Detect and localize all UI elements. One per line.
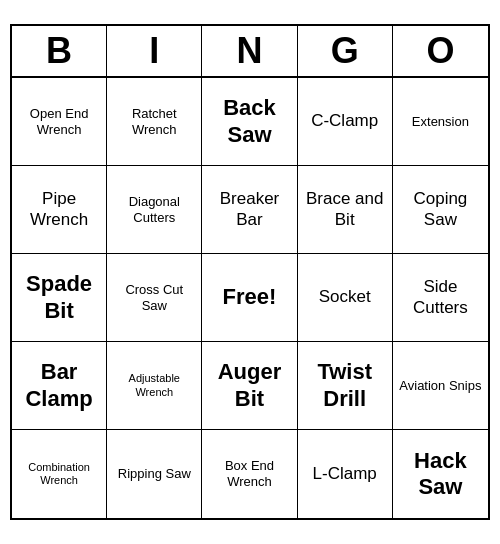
bingo-cell: Brace and Bit xyxy=(298,166,393,254)
header-letter: B xyxy=(12,26,107,76)
bingo-cell: Back Saw xyxy=(202,78,297,166)
bingo-grid: Open End WrenchRatchet WrenchBack SawC-C… xyxy=(12,78,488,518)
bingo-cell: Box End Wrench xyxy=(202,430,297,518)
bingo-cell: Socket xyxy=(298,254,393,342)
bingo-cell: L-Clamp xyxy=(298,430,393,518)
bingo-cell: Aviation Snips xyxy=(393,342,488,430)
bingo-cell: Extension xyxy=(393,78,488,166)
bingo-card: BINGO Open End WrenchRatchet WrenchBack … xyxy=(10,24,490,520)
bingo-cell: C-Clamp xyxy=(298,78,393,166)
header-letter: I xyxy=(107,26,202,76)
bingo-cell: Combination Wrench xyxy=(12,430,107,518)
bingo-header: BINGO xyxy=(12,26,488,78)
header-letter: O xyxy=(393,26,488,76)
header-letter: N xyxy=(202,26,297,76)
bingo-cell: Breaker Bar xyxy=(202,166,297,254)
bingo-cell: Cross Cut Saw xyxy=(107,254,202,342)
bingo-cell: Adjustable Wrench xyxy=(107,342,202,430)
bingo-cell: Ratchet Wrench xyxy=(107,78,202,166)
bingo-cell: Side Cutters xyxy=(393,254,488,342)
bingo-cell: Coping Saw xyxy=(393,166,488,254)
bingo-cell: Free! xyxy=(202,254,297,342)
bingo-cell: Hack Saw xyxy=(393,430,488,518)
bingo-cell: Pipe Wrench xyxy=(12,166,107,254)
bingo-cell: Open End Wrench xyxy=(12,78,107,166)
bingo-cell: Bar Clamp xyxy=(12,342,107,430)
bingo-cell: Diagonal Cutters xyxy=(107,166,202,254)
bingo-cell: Ripping Saw xyxy=(107,430,202,518)
header-letter: G xyxy=(298,26,393,76)
bingo-cell: Spade Bit xyxy=(12,254,107,342)
bingo-cell: Twist Drill xyxy=(298,342,393,430)
bingo-cell: Auger Bit xyxy=(202,342,297,430)
